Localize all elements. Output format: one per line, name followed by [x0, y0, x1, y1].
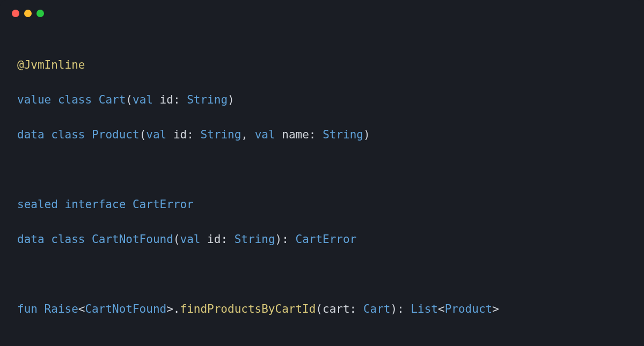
- code-window: @JvmInline value class Cart(val id: Stri…: [0, 0, 644, 346]
- minimize-icon[interactable]: [24, 10, 32, 17]
- code-line: fun Raise<CartNotFound>.findProductsByCa…: [17, 300, 627, 318]
- code-line: value class Cart(val id: String): [17, 91, 627, 109]
- annotation: @JvmInline: [17, 58, 85, 71]
- code-line: [17, 266, 627, 283]
- code-line: [17, 161, 627, 179]
- zoom-icon[interactable]: [36, 10, 44, 17]
- code-line: data class CartNotFound(val id: String):…: [17, 231, 627, 248]
- code-line: [17, 335, 627, 346]
- code-line: data class Product(val id: String, val n…: [17, 126, 627, 144]
- code-line: sealed interface CartError: [17, 196, 627, 214]
- code-editor: @JvmInline value class Cart(val id: Stri…: [0, 23, 644, 346]
- code-line: @JvmInline: [17, 56, 627, 74]
- close-icon[interactable]: [12, 10, 19, 17]
- titlebar: [0, 0, 644, 23]
